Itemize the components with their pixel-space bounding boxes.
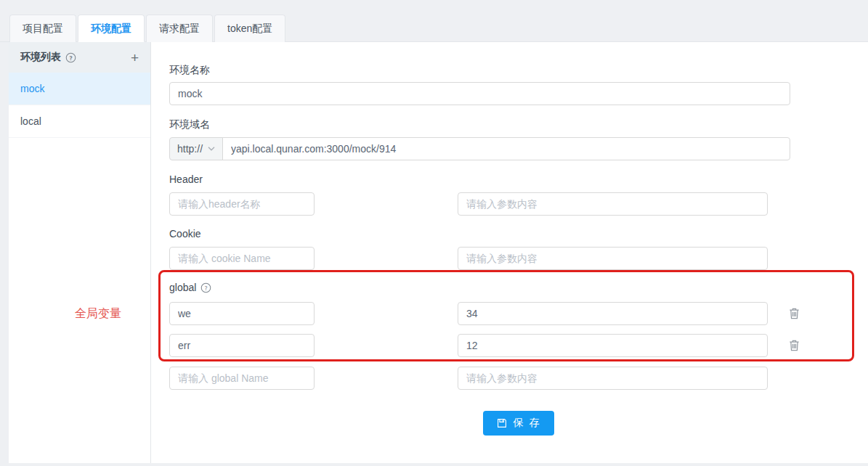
delete-row-button[interactable]: [788, 307, 800, 320]
add-environment-button[interactable]: +: [131, 51, 139, 65]
env-domain-input[interactable]: [222, 137, 790, 160]
header-name-input[interactable]: [169, 192, 315, 216]
global-kv-row-empty: [169, 367, 868, 390]
cookie-kv-row: [169, 247, 868, 270]
global-name-input[interactable]: [169, 334, 315, 357]
protocol-value: http://: [177, 143, 203, 155]
cookie-name-input[interactable]: [169, 247, 315, 270]
environment-list-title: 环境列表: [20, 51, 61, 64]
env-name-input[interactable]: [169, 82, 790, 105]
sidebar-item-local[interactable]: local: [9, 105, 150, 138]
tab-token-config[interactable]: token配置: [214, 15, 285, 42]
save-row: 保 存: [169, 411, 868, 436]
tab-request-config[interactable]: 请求配置: [146, 15, 213, 42]
cookie-value-input[interactable]: [458, 247, 768, 270]
save-button[interactable]: 保 存: [483, 411, 555, 436]
tab-project-config[interactable]: 项目配置: [9, 15, 76, 42]
global-value-input[interactable]: [458, 367, 768, 390]
trash-icon: [788, 339, 800, 352]
tab-environment-config[interactable]: 环境配置: [78, 15, 145, 42]
header-kv-row: [169, 192, 868, 216]
global-name-input[interactable]: [169, 302, 315, 325]
global-value-input[interactable]: [458, 302, 768, 325]
config-tab-bar: 项目配置 环境配置 请求配置 token配置: [0, 0, 868, 42]
global-label-text: global: [169, 282, 196, 293]
env-domain-label: 环境域名: [169, 118, 868, 132]
svg-text:?: ?: [69, 54, 73, 61]
sidebar-item-mock[interactable]: mock: [9, 73, 150, 105]
cookie-section-label: Cookie: [169, 226, 868, 241]
protocol-select[interactable]: http://: [169, 137, 223, 160]
environment-config-page: 项目配置 环境配置 请求配置 token配置 环境列表 ? + mock loc…: [0, 0, 868, 466]
save-button-label: 保 存: [514, 417, 541, 430]
question-circle-icon[interactable]: ?: [65, 52, 76, 63]
global-section-label: global ?: [169, 280, 868, 295]
env-domain-input-group: http://: [169, 137, 790, 160]
trash-icon: [788, 307, 800, 320]
content-card: 环境列表 ? + mock local 环境名称 环境域名 http:: [9, 42, 868, 463]
header-section-label: Header: [169, 172, 868, 187]
environment-form: 环境名称 环境域名 http:// Header Cookie: [151, 42, 868, 463]
svg-text:?: ?: [205, 285, 208, 291]
chevron-down-icon: [208, 147, 215, 151]
global-kv-row: [169, 302, 868, 325]
delete-row-button[interactable]: [788, 339, 800, 352]
global-name-input[interactable]: [169, 367, 315, 390]
environment-sidebar: 环境列表 ? + mock local: [9, 42, 151, 463]
environment-list-header: 环境列表 ? +: [9, 42, 150, 73]
header-value-input[interactable]: [458, 192, 768, 216]
environment-name: mock: [20, 83, 44, 94]
global-kv-row: [169, 334, 868, 357]
global-value-input[interactable]: [458, 334, 768, 357]
env-name-label: 环境名称: [169, 63, 868, 78]
environment-name: local: [20, 115, 41, 127]
save-icon: [497, 418, 507, 428]
question-circle-icon[interactable]: ?: [200, 282, 211, 293]
